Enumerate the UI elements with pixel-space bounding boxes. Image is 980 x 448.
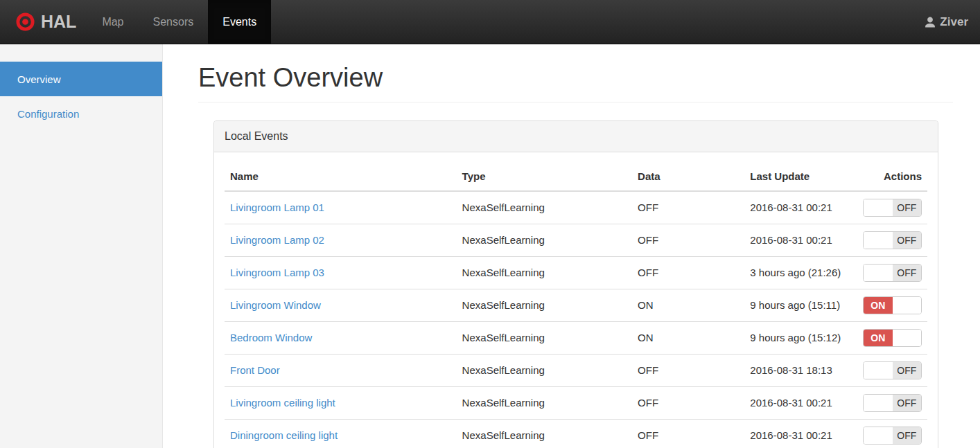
event-data: OFF [632,256,744,289]
event-name-link[interactable]: Front Door [230,364,280,376]
table-row: Livingroom Window NexaSelfLearning ON 9 … [225,289,927,321]
event-data: OFF [632,354,744,386]
event-type: NexaSelfLearning [457,386,633,419]
panel-heading: Local Events [214,121,938,152]
event-last-update: 9 hours ago (15:12) [744,321,857,354]
event-type: NexaSelfLearning [457,191,633,224]
main-content: Event Overview Local Events Name Type Da… [164,44,980,448]
toggle-switch[interactable]: OFF [863,231,922,249]
user-name: Ziver [940,15,968,29]
local-events-panel: Local Events Name Type Data Last Update … [213,120,938,448]
main-nav: Map Sensors Events [87,0,271,44]
nav-item-events[interactable]: Events [208,0,271,44]
sidebar-item-label: Configuration [17,108,79,120]
event-type: NexaSelfLearning [457,419,633,448]
toggle-switch-label: ON [864,297,893,314]
toggle-switch-handle [864,427,893,444]
event-data: OFF [632,386,744,419]
events-table-body: Livingroom Lamp 01 NexaSelfLearning OFF … [225,191,927,448]
event-name-link[interactable]: Bedroom Window [230,332,312,343]
event-name-link[interactable]: Diningroom ceiling light [230,429,338,441]
event-type: NexaSelfLearning [457,354,633,386]
hal-logo-target-icon [15,12,41,32]
table-row: Livingroom Lamp 02 NexaSelfLearning OFF … [225,224,927,256]
event-type: NexaSelfLearning [457,256,633,289]
brand-label: HAL [41,12,76,32]
event-last-update: 2016-08-31 00:21 [744,224,857,256]
event-last-update: 2016-08-31 00:21 [744,191,857,224]
column-header-type: Type [457,163,633,191]
column-header-name: Name [225,163,457,191]
event-data: OFF [632,419,744,448]
sidebar-item-overview[interactable]: Overview [0,62,162,96]
event-last-update: 2016-08-31 00:21 [744,419,857,448]
event-last-update: 3 hours ago (21:26) [744,256,857,289]
toggle-switch-handle [864,362,893,379]
column-header-actions: Actions [857,163,927,191]
toggle-switch-handle [893,330,922,346]
page-title: Event Overview [198,63,953,93]
toggle-switch[interactable]: OFF [863,427,922,445]
event-last-update: 2016-08-31 18:13 [744,354,857,386]
event-type: NexaSelfLearning [457,224,633,256]
toggle-switch[interactable]: OFF [863,361,922,379]
nav-item-map[interactable]: Map [87,0,138,44]
toggle-switch-handle [864,199,893,216]
event-data: ON [632,321,744,354]
user-menu[interactable]: Ziver [924,0,980,44]
table-row: Bedroom Window NexaSelfLearning ON 9 hou… [225,321,927,354]
nav-item-label: Sensors [153,16,194,28]
table-header-row: Name Type Data Last Update Actions [225,163,927,191]
event-name-link[interactable]: Livingroom Lamp 03 [230,267,324,278]
nav-item-label: Map [102,16,123,28]
table-row: Livingroom Lamp 01 NexaSelfLearning OFF … [225,191,927,224]
toggle-switch[interactable]: ON [863,296,922,314]
nav-item-label: Events [222,16,256,28]
table-row: Livingroom Lamp 03 NexaSelfLearning OFF … [225,256,927,289]
event-name-link[interactable]: Livingroom ceiling light [230,397,335,409]
toggle-switch-label: OFF [893,232,922,249]
toggle-switch-label: OFF [893,362,922,379]
toggle-switch-label: ON [864,330,893,346]
toggle-switch[interactable]: OFF [863,394,922,412]
toggle-switch-label: OFF [893,427,922,444]
page-header: Event Overview [198,63,953,102]
nav-item-sensors[interactable]: Sensors [139,0,209,44]
user-icon [924,16,940,28]
column-header-data: Data [632,163,744,191]
toggle-switch-label: OFF [893,395,922,411]
event-data: ON [632,289,744,321]
toggle-switch[interactable]: OFF [863,264,922,282]
column-header-last-update: Last Update [744,163,857,191]
event-data: OFF [632,224,744,256]
toggle-switch[interactable]: OFF [863,199,922,217]
toggle-switch-handle [864,232,893,249]
sidebar: Overview Configuration [0,44,163,448]
event-name-link[interactable]: Livingroom Lamp 01 [230,201,324,213]
brand[interactable]: HAL [0,0,87,44]
toggle-switch-handle [864,265,893,281]
table-row: Diningroom ceiling light NexaSelfLearnin… [225,419,927,448]
top-navbar: HAL Map Sensors Events Ziver [0,0,980,44]
sidebar-item-configuration[interactable]: Configuration [0,96,162,131]
event-last-update: 2016-08-31 00:21 [744,386,857,419]
panel-body: Name Type Data Last Update Actions Livin… [214,152,938,448]
event-name-link[interactable]: Livingroom Window [230,299,321,311]
toggle-switch-label: OFF [893,199,922,216]
toggle-switch-label: OFF [893,265,922,281]
toggle-switch-handle [864,395,893,411]
table-row: Livingroom ceiling light NexaSelfLearnin… [225,386,927,419]
table-row: Front Door NexaSelfLearning OFF 2016-08-… [225,354,927,386]
event-type: NexaSelfLearning [457,289,633,321]
sidebar-item-label: Overview [17,73,61,85]
events-table: Name Type Data Last Update Actions Livin… [225,163,927,448]
event-name-link[interactable]: Livingroom Lamp 02 [230,234,324,246]
event-type: NexaSelfLearning [457,321,633,354]
event-last-update: 9 hours ago (15:11) [744,289,857,321]
toggle-switch-handle [893,297,922,314]
toggle-switch[interactable]: ON [863,329,922,347]
event-data: OFF [632,191,744,224]
